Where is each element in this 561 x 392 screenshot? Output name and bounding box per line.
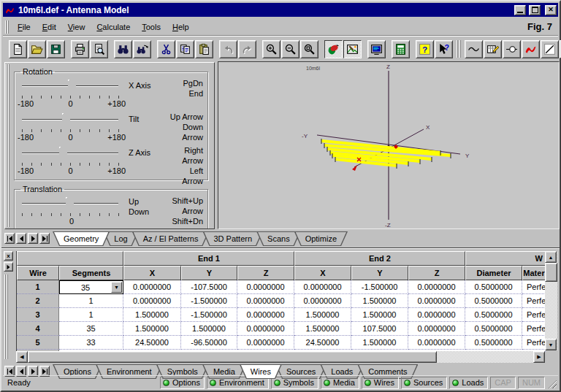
table-cell[interactable]: 0.0000000 bbox=[408, 294, 465, 308]
undo-button[interactable] bbox=[219, 40, 237, 58]
table-vertical-scrollbar[interactable]: ▲ ▼ bbox=[545, 251, 557, 350]
table-cell[interactable]: 1.500000 bbox=[123, 322, 181, 336]
view-tab-3d-pattern[interactable]: 3D Pattern bbox=[202, 231, 263, 246]
wire-tool-button[interactable] bbox=[465, 40, 483, 58]
close-table-button[interactable]: x bbox=[4, 251, 13, 261]
redo-button[interactable] bbox=[238, 40, 256, 58]
table-cell[interactable]: -1.500000 bbox=[181, 308, 237, 322]
find-button[interactable] bbox=[114, 40, 132, 58]
table-cell[interactable]: -107.5000 bbox=[181, 280, 237, 294]
view-tab-optimize[interactable]: Optimize bbox=[294, 231, 348, 246]
table-cell[interactable]: 1.500000 bbox=[294, 322, 351, 336]
help-button[interactable]: ? bbox=[416, 40, 434, 58]
table-cell[interactable]: 0.0000000 bbox=[237, 294, 294, 308]
column-header-wire[interactable]: Wire bbox=[17, 266, 59, 280]
close-button[interactable]: ✕ bbox=[545, 5, 557, 15]
table-cell[interactable]: 0.0000000 bbox=[294, 280, 351, 294]
view-tab-geometry[interactable]: Geometry bbox=[53, 231, 110, 246]
row-header[interactable]: 2 bbox=[17, 294, 59, 308]
scroll-thumb[interactable] bbox=[28, 351, 437, 363]
slider-thumb[interactable] bbox=[66, 197, 74, 210]
slider-thumb[interactable] bbox=[59, 147, 67, 160]
table-cell[interactable]: -96.50000 bbox=[181, 336, 237, 350]
table-cell[interactable]: 0.0000000 bbox=[408, 322, 465, 336]
table-cell[interactable]: 1.500000 bbox=[351, 336, 408, 350]
table-cell[interactable]: 0.0000000 bbox=[408, 336, 465, 350]
indicator-symbols[interactable]: Symbols bbox=[271, 377, 318, 389]
table-horizontal-scrollbar[interactable]: ◀ ▶ bbox=[16, 351, 545, 363]
tab-last-button[interactable] bbox=[39, 233, 50, 244]
table-cell[interactable]: 0.5000000 bbox=[465, 308, 522, 322]
resize-grip[interactable] bbox=[547, 379, 557, 388]
find-next-button[interactable] bbox=[133, 40, 151, 58]
indicator-media[interactable]: Media bbox=[321, 377, 359, 389]
cut-button[interactable] bbox=[157, 40, 175, 58]
table-cell[interactable]: 0.0000000 bbox=[237, 308, 294, 322]
table-cell[interactable]: 0.5000000 bbox=[465, 336, 522, 350]
data-tab-wires[interactable]: Wires bbox=[240, 364, 282, 379]
menu-view[interactable]: View bbox=[62, 20, 91, 34]
calculate-button[interactable] bbox=[392, 40, 410, 58]
slider-track[interactable] bbox=[22, 119, 118, 120]
table-cell[interactable]: Perfe bbox=[522, 294, 546, 308]
tab-next-button[interactable] bbox=[28, 233, 38, 244]
source-tool-button[interactable] bbox=[503, 40, 521, 58]
segments-dropdown[interactable]: 35▼ bbox=[59, 280, 123, 294]
table-cell[interactable]: Perfe bbox=[522, 336, 546, 350]
menu-edit[interactable]: Edit bbox=[37, 20, 62, 34]
maximize-button[interactable] bbox=[529, 5, 541, 15]
view-pattern-button[interactable] bbox=[324, 40, 343, 58]
menu-calculate[interactable]: Calculate bbox=[91, 20, 136, 34]
copy-button[interactable] bbox=[176, 40, 194, 58]
table-cell[interactable]: Perfe bbox=[522, 280, 546, 294]
table-cell[interactable]: 0.0000000 bbox=[237, 280, 294, 294]
line-tool-button[interactable] bbox=[541, 40, 559, 58]
slider-thumb[interactable] bbox=[68, 80, 76, 93]
table-cell[interactable]: -1.500000 bbox=[181, 294, 237, 308]
column-header-diameter[interactable]: Diameter bbox=[465, 266, 522, 280]
table-cell[interactable]: 1.500000 bbox=[351, 294, 408, 308]
edit-geometry-button[interactable] bbox=[484, 40, 502, 58]
scroll-left-button[interactable]: ◀ bbox=[16, 351, 28, 363]
display-button[interactable] bbox=[367, 40, 386, 58]
print-button[interactable] bbox=[71, 40, 89, 58]
table-cell[interactable]: 0.0000000 bbox=[237, 322, 294, 336]
table-cell[interactable]: 0.0000000 bbox=[123, 294, 181, 308]
indicator-options[interactable]: Options bbox=[160, 377, 205, 389]
table-cell[interactable]: 24.50000 bbox=[294, 336, 351, 350]
table-cell[interactable]: 0.0000000 bbox=[408, 280, 465, 294]
indicator-sources[interactable]: Sources bbox=[401, 377, 447, 389]
table-cell[interactable]: 0.5000000 bbox=[465, 322, 522, 336]
scroll-up-button[interactable]: ▲ bbox=[545, 251, 557, 263]
new-document-button[interactable] bbox=[9, 40, 27, 58]
menubar-gripper[interactable] bbox=[5, 20, 9, 34]
row-header[interactable]: 3 bbox=[17, 308, 59, 322]
expand-table-button[interactable] bbox=[4, 262, 13, 272]
column-header-segments[interactable]: Segments bbox=[59, 266, 123, 280]
table-cell[interactable]: 1.500000 bbox=[181, 322, 237, 336]
table-cell[interactable]: 35 bbox=[59, 322, 123, 336]
tab-first-button[interactable] bbox=[4, 233, 15, 244]
column-header-z[interactable]: Z bbox=[408, 266, 465, 280]
context-help-button[interactable]: ? bbox=[435, 40, 453, 58]
table-cell[interactable]: 24.50000 bbox=[123, 336, 181, 350]
column-header-x[interactable]: X bbox=[123, 266, 181, 280]
slider-track[interactable] bbox=[22, 153, 118, 154]
dropdown-arrow-icon[interactable]: ▼ bbox=[111, 282, 122, 293]
table-cell[interactable]: -1.500000 bbox=[351, 280, 408, 294]
table-cell[interactable]: 0.0000000 bbox=[123, 280, 181, 294]
table-cell[interactable]: 1.500000 bbox=[351, 308, 408, 322]
scroll-down-button[interactable]: ▼ bbox=[545, 339, 557, 350]
column-header-y[interactable]: Y bbox=[351, 266, 408, 280]
menu-tools[interactable]: Tools bbox=[136, 20, 167, 34]
indicator-wires[interactable]: Wires bbox=[362, 377, 399, 389]
column-header-mater[interactable]: Mater bbox=[522, 266, 546, 280]
table-cell[interactable]: 1.500000 bbox=[123, 308, 181, 322]
print-preview-button[interactable] bbox=[90, 40, 108, 58]
row-header[interactable]: 5 bbox=[17, 336, 59, 350]
column-header-z[interactable]: Z bbox=[237, 266, 294, 280]
save-button[interactable] bbox=[47, 40, 65, 58]
table-cell[interactable]: 33 bbox=[59, 336, 123, 350]
load-tool-button[interactable] bbox=[522, 40, 540, 58]
panel-gripper[interactable] bbox=[6, 64, 10, 227]
